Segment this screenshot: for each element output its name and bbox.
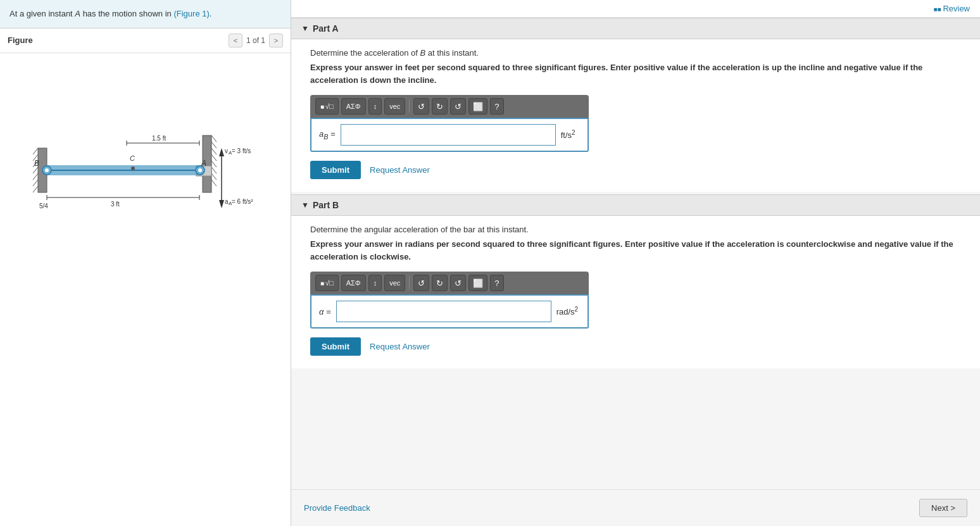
part-b-arrow[interactable]: ▼ — [301, 201, 309, 210]
sep1-b — [409, 277, 410, 289]
part-b-description: Determine the angular acceleration of th… — [310, 225, 961, 234]
svg-text:= 3 ft/s: = 3 ft/s — [232, 147, 251, 154]
svg-point-21 — [45, 168, 49, 172]
page-indicator: 1 of 1 — [246, 36, 265, 45]
part-a-header: ▼ Part A — [291, 18, 980, 39]
svg-line-15 — [211, 173, 217, 180]
part-b-input-container — [336, 301, 551, 322]
part-a-submit[interactable]: Submit — [310, 161, 361, 179]
part-a-arrow[interactable]: ▼ — [301, 24, 309, 33]
svg-text:B: B — [34, 159, 39, 168]
svg-point-23 — [198, 168, 202, 172]
sep1-a — [409, 100, 410, 113]
svg-line-9 — [211, 135, 217, 142]
part-a-actions: Submit Request Answer — [310, 161, 961, 179]
svg-line-1 — [33, 148, 38, 154]
svg-text:= 6 ft/s²: = 6 ft/s² — [232, 198, 253, 205]
problem-text: At a given instant A has the motion show… — [9, 9, 173, 18]
part-b-input[interactable] — [337, 301, 551, 322]
svg-marker-33 — [219, 148, 224, 156]
provide-feedback-link[interactable]: Provide Feedback — [304, 503, 370, 513]
part-b-request-answer[interactable]: Request Answer — [370, 342, 430, 351]
redo-btn-b[interactable]: ↻ — [432, 275, 448, 291]
undo-btn-a[interactable]: ↺ — [413, 98, 429, 115]
svg-line-16 — [211, 180, 217, 186]
part-a-answer-row: aB = ft/s2 — [311, 119, 587, 151]
part-a-request-answer[interactable]: Request Answer — [370, 165, 430, 175]
part-a-body: Determine the acceleration of B at this … — [291, 39, 980, 192]
vec-btn-b[interactable]: vec — [384, 275, 405, 291]
sigma-btn-b[interactable]: ΑΣΦ — [341, 275, 366, 291]
part-b-unit: rad/s2 — [556, 306, 578, 316]
part-a-input-area: ■√□ ΑΣΦ ↕ vec ↺ ↻ ↺ ⬜ ? aB = — [310, 95, 589, 152]
svg-text:5/4: 5/4 — [39, 203, 48, 210]
part-b-label: α = — [319, 307, 331, 316]
svg-text:v: v — [225, 147, 228, 154]
review-link[interactable]: Review — [934, 4, 970, 13]
figure-prev-btn[interactable]: < — [229, 34, 242, 47]
right-panel: Review ▼ Part A Determine the accelerati… — [291, 0, 980, 526]
left-panel: At a given instant A has the motion show… — [0, 0, 291, 526]
reset-btn-b[interactable]: ↺ — [450, 275, 466, 291]
svg-line-10 — [211, 142, 217, 148]
undo-btn-b[interactable]: ↺ — [413, 275, 429, 291]
sqrt-btn-a[interactable]: ■√□ — [315, 98, 339, 115]
svg-text:1.5 ft: 1.5 ft — [152, 135, 166, 142]
figure-nav: < 1 of 1 > — [229, 34, 283, 47]
part-b-actions: Submit Request Answer — [310, 337, 961, 356]
svg-line-6 — [33, 180, 38, 186]
figure-content: C B A 1.5 ft v A = 3 ft/s — [0, 53, 291, 527]
bottom-bar: Provide Feedback Next > — [291, 489, 980, 526]
help-btn-a[interactable]: ? — [490, 98, 503, 115]
arrows-btn-a[interactable]: ↕ — [368, 98, 382, 115]
problem-statement: At a given instant A has the motion show… — [0, 0, 291, 28]
part-a-title: Part A — [313, 23, 339, 34]
part-a-input[interactable] — [341, 125, 555, 145]
figure-section: Figure < 1 of 1 > — [0, 28, 291, 527]
svg-text:3 ft: 3 ft — [111, 201, 120, 208]
part-b-instruction: Express your answer in radians per secon… — [310, 238, 961, 263]
part-b-title: Part B — [313, 200, 339, 210]
arrows-btn-b[interactable]: ↕ — [368, 275, 382, 291]
part-b-body: Determine the angular acceleration of th… — [291, 216, 980, 368]
svg-line-5 — [33, 173, 38, 180]
vec-btn-a[interactable]: vec — [384, 98, 405, 115]
part-b-submit[interactable]: Submit — [310, 337, 361, 356]
svg-line-12 — [211, 154, 217, 161]
sqrt-btn-b[interactable]: ■√□ — [315, 275, 339, 291]
svg-text:A: A — [201, 159, 206, 168]
part-a-unit: ft/s2 — [561, 129, 575, 140]
part-a-description: Determine the acceleration of B at this … — [310, 48, 961, 58]
figure-header: Figure < 1 of 1 > — [0, 28, 291, 53]
svg-point-25 — [131, 166, 135, 170]
part-a-input-wrapper: aB = ft/s2 — [310, 118, 589, 152]
next-button[interactable]: Next > — [919, 499, 967, 517]
part-b-input-wrapper: α = rad/s2 — [310, 294, 589, 329]
svg-line-7 — [33, 186, 38, 192]
sigma-btn-a[interactable]: ΑΣΦ — [341, 98, 366, 115]
svg-line-13 — [211, 161, 217, 167]
part-a-instruction: Express your answer in feet per second s… — [310, 61, 961, 86]
part-b-input-area: ■√□ ΑΣΦ ↕ vec ↺ ↻ ↺ ⬜ ? α = — [310, 272, 589, 329]
figure-diagram: C B A 1.5 ft v A = 3 ft/s — [32, 97, 260, 224]
part-b-answer-row: α = rad/s2 — [311, 296, 587, 327]
figure-link[interactable]: (Figure 1) — [173, 9, 209, 18]
part-a-label: aB = — [319, 129, 336, 141]
keyboard-btn-a[interactable]: ⬜ — [468, 98, 487, 115]
svg-line-11 — [211, 148, 217, 154]
reset-btn-a[interactable]: ↺ — [450, 98, 466, 115]
figure-next-btn[interactable]: > — [269, 34, 283, 47]
part-a-input-container — [341, 124, 556, 146]
part-a-section: ▼ Part A Determine the acceleration of B… — [291, 18, 980, 192]
part-b-header: ▼ Part B — [291, 194, 980, 216]
part-b-toolbar: ■√□ ΑΣΦ ↕ vec ↺ ↻ ↺ ⬜ ? — [310, 272, 589, 294]
review-section: Review — [291, 0, 980, 18]
keyboard-btn-b[interactable]: ⬜ — [468, 275, 487, 291]
svg-line-4 — [33, 167, 38, 173]
redo-btn-a[interactable]: ↻ — [432, 98, 448, 115]
help-btn-b[interactable]: ? — [490, 275, 503, 291]
part-b-section: ▼ Part B Determine the angular accelerat… — [291, 194, 980, 368]
figure-title: Figure — [8, 35, 33, 45]
part-a-toolbar: ■√□ ΑΣΦ ↕ vec ↺ ↻ ↺ ⬜ ? — [310, 95, 589, 118]
svg-marker-38 — [219, 200, 224, 208]
